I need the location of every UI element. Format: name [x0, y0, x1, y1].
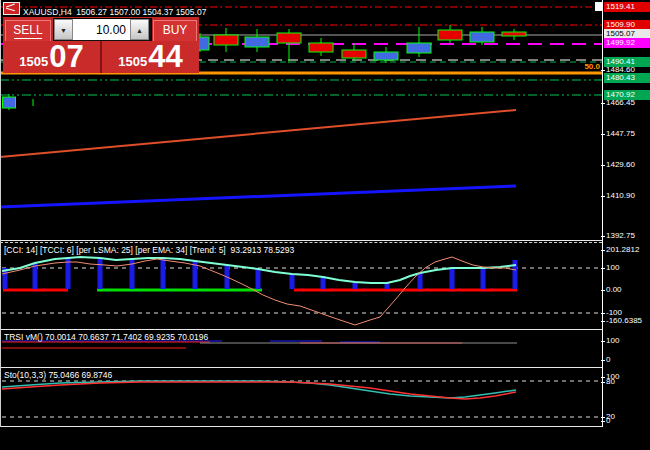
volume-input[interactable]	[73, 19, 130, 40]
candle-bear	[502, 32, 526, 36]
symbol-ohlc-line: XAUUSD,H4 1506.27 1507.00 1504.37 1505.0…	[23, 7, 206, 17]
candle-bull	[470, 32, 494, 42]
candle-bear	[342, 50, 366, 58]
time-axis-border	[0, 426, 602, 427]
sell-button-label: SELL	[13, 23, 42, 37]
price-axis-border	[602, 0, 603, 427]
candle-bull	[407, 43, 431, 53]
buy-price-small: 1505	[118, 54, 147, 69]
trsi-indicator-title: TRSI vM() 70.0014 70.6637 71.7402 69.923…	[4, 332, 208, 342]
candle-bull	[374, 52, 398, 60]
buy-button-label: BUY	[163, 23, 188, 37]
sell-price-small: 1505	[19, 54, 48, 69]
sell-button[interactable]: SELL	[5, 20, 51, 42]
sell-quote-box[interactable]: 1505 07	[3, 41, 102, 73]
fifty-level-label: 50.0	[560, 62, 600, 71]
cci-indicator-title: [CCI: 14] [TCCI: 6] [per LSMA: 25] [per …	[4, 245, 294, 255]
left-window-border	[0, 0, 1, 427]
candle-bear	[438, 30, 462, 40]
trend-line	[0, 110, 516, 157]
time-axis[interactable]	[0, 427, 650, 450]
mt4-chart-window: XAUUSD,H4 1506.27 1507.00 1504.37 1505.0…	[0, 0, 650, 450]
sto-signal-line	[2, 382, 516, 399]
candle-bull	[245, 37, 269, 47]
sto-indicator-title: Sto(10,3,3) 75.0466 69.8746	[4, 370, 112, 380]
trsi-window-splitter[interactable]	[0, 329, 602, 330]
chart-icon	[3, 2, 20, 15]
trend-line	[0, 186, 516, 207]
one-click-trading-panel: SELL ▼ ▲ BUY 1505 07 1505 44	[3, 17, 199, 73]
candle-bear	[277, 33, 301, 43]
candle-bear	[309, 43, 333, 52]
chart-header: XAUUSD,H4 1506.27 1507.00 1504.37 1505.0…	[0, 0, 600, 16]
buy-quote-box[interactable]: 1505 44	[102, 41, 199, 73]
volume-increase-button[interactable]: ▲	[130, 19, 149, 40]
candle-bear	[214, 35, 238, 45]
sell-price-big: 07	[49, 42, 83, 72]
sell-underline	[14, 38, 42, 39]
volume-decrease-button[interactable]: ▼	[54, 19, 73, 40]
sto-window-splitter[interactable]	[0, 367, 602, 368]
cci-window-splitter[interactable]	[0, 242, 602, 243]
buy-price-big: 44	[148, 42, 182, 72]
main-chart-bottom-border	[0, 240, 602, 241]
candle-bull	[3, 97, 16, 108]
